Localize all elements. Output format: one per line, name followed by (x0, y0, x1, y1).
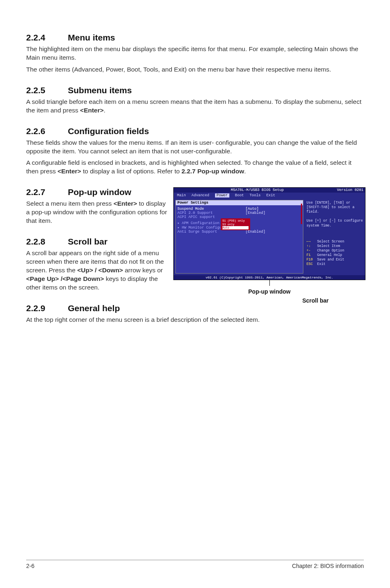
bios-row[interactable]: Suspend Mode[Auto] (177, 207, 301, 211)
section-general-help: 2.2.9General help At the top right corne… (26, 303, 364, 324)
key-icon: F10 (307, 258, 317, 262)
heading-title: General help (68, 303, 120, 313)
bios-item-label: Suspend Mode (177, 207, 246, 211)
key-enter: <Enter> (114, 200, 137, 207)
key-desc: Exit (317, 262, 325, 266)
section-submenu-items: 2.2.5Submenu items A solid triangle befo… (26, 85, 364, 115)
heading-title: Menu items (68, 33, 115, 42)
page-footer: 2-6 Chapter 2: BIOS information (26, 560, 364, 569)
help-key-row: +-Change Option (307, 249, 363, 253)
bios-help-text: Use [ENTER], [TAB] or [SHIFT-TAB] to sel… (307, 201, 363, 228)
heading-224: 2.2.4Menu items (26, 33, 364, 43)
key-desc: Select Item (317, 244, 340, 248)
bios-screenshot-figure: . M5A78L-M/USB3 BIOS Setup Version 0201 … (173, 187, 365, 304)
heading-num: 2.2.6 (26, 126, 68, 136)
bios-item-value: [Enabled] (246, 230, 266, 234)
key-desc: Select Screen (317, 240, 344, 244)
text-span: to display a list of options. Refer to (81, 168, 182, 175)
bios-popup-option[interactable]: S1 (POS) only (222, 219, 249, 222)
body-text: At the top right corner of the menu scre… (26, 316, 364, 324)
key-enter: <Enter> (58, 168, 81, 175)
heading-226: 2.2.6Configuration fields (26, 126, 364, 136)
bios-window: . M5A78L-M/USB3 BIOS Setup Version 0201 … (173, 187, 365, 280)
heading-title: Pop-up window (68, 187, 131, 197)
bios-body: Power Settings Suspend Mode[Auto] ACPI 2… (174, 198, 365, 275)
callout-popup: Pop-up window (173, 288, 365, 295)
bios-help-keys: ←→Select Screen ↑↓Select Item +-Change O… (307, 240, 363, 267)
key-icon: F1 (307, 253, 317, 258)
page-number: 2-6 (26, 563, 34, 569)
bios-item-value: [Auto] (246, 207, 259, 211)
key-icon: ↑↓ (307, 244, 317, 249)
heading-228: 2.2.8Scroll bar (26, 237, 169, 247)
text-span: . (104, 107, 105, 114)
key-enter: <Enter> (80, 107, 104, 114)
section-menu-items: 2.2.4Menu items The highlighted item on … (26, 33, 364, 74)
bios-menu-item-active[interactable]: Power (215, 193, 229, 197)
key-icon: ESC (307, 262, 317, 267)
bios-menu-item[interactable]: Boot (235, 193, 244, 197)
key-icon: ←→ (307, 240, 317, 244)
key-desc: Save and Exit (317, 258, 344, 262)
bios-menu-item[interactable]: Tools (249, 193, 260, 197)
callout-line-icon (269, 280, 270, 286)
help-key-row: ESCExit (307, 262, 363, 267)
heading-title: Configuration fields (68, 126, 149, 136)
ref-227: 2.2.7 Pop-up window (182, 168, 244, 175)
heading-225: 2.2.5Submenu items (26, 85, 364, 95)
heading-num: 2.2.7 (26, 187, 68, 197)
heading-num: 2.2.5 (26, 85, 68, 95)
text-span: arrow keys or (123, 267, 163, 274)
key-icon: +- (307, 249, 317, 253)
help-key-row: F10Save and Exit (307, 258, 363, 262)
bios-panel-heading: Power Settings (176, 200, 303, 205)
bios-help-panel: Use [ENTER], [TAB] or [SHIFT-TAB] to sel… (305, 198, 365, 275)
body-text: These fields show the values for the men… (26, 139, 364, 156)
bios-menu-item[interactable]: Main (177, 193, 186, 197)
section-scroll-bar: 2.2.8Scroll bar A scroll bar appears on … (26, 237, 169, 292)
heading-227: 2.2.7Pop-up window (26, 187, 169, 197)
key-desc: General Help (317, 253, 342, 257)
bios-popup-menu[interactable]: S1 (POS) only S3 only Auto (221, 218, 250, 230)
section-config-fields: 2.2.6Configuration fields These fields s… (26, 126, 364, 176)
body-text: A solid triangle before each item on a m… (26, 98, 364, 115)
heading-num: 2.2.9 (26, 303, 68, 313)
body-text: Select a menu item then press <Enter> to… (26, 200, 169, 225)
bios-settings-panel: Power Settings Suspend Mode[Auto] ACPI 2… (175, 200, 303, 274)
bios-item-label: Anti Surge Support (177, 230, 246, 234)
key-desc: Change Option (317, 249, 344, 253)
bios-title: M5A78L-M/USB3 BIOS Setup (231, 188, 284, 192)
help-key-row: F1General Help (307, 253, 363, 258)
bios-menu-item[interactable]: Advanced (192, 193, 209, 197)
bios-popup-option[interactable]: Auto (222, 226, 249, 229)
text-span: . (244, 168, 246, 175)
bios-version: Version 0201 (337, 188, 363, 192)
body-text: The highlighted item on the menu bar dis… (26, 45, 364, 62)
bios-scrollbar[interactable] (301, 204, 302, 224)
bios-row[interactable]: ACPI 2.0 Support[Enabled] (177, 211, 301, 215)
callout-scrollbar: Scroll bar (173, 297, 365, 304)
bios-menu-item[interactable]: Exit (266, 193, 275, 197)
help-key-row: ←→Select Screen (307, 240, 363, 244)
heading-title: Scroll bar (68, 237, 108, 246)
bios-menubar: Main Advanced Power Boot Tools Exit (174, 193, 365, 198)
section-popup-window: 2.2.7Pop-up window Select a menu item th… (26, 187, 169, 225)
key-updown: <Up> / <Down> (77, 267, 123, 274)
bios-popup-option[interactable]: S3 only (222, 223, 249, 226)
key-pageupdown: <Page Up> /<Page Down> (26, 275, 104, 282)
text-span: A solid triangle before each item on a m… (26, 98, 361, 114)
body-text: A configurable field is enclosed in brac… (26, 159, 364, 176)
help-key-row: ↑↓Select Item (307, 244, 363, 249)
bios-row[interactable]: Anti Surge Support[Enabled] (177, 230, 301, 234)
heading-229: 2.2.9General help (26, 303, 364, 313)
body-text: A scroll bar appears on the right side o… (26, 249, 169, 292)
bios-item-label: ACPI 2.0 Support (177, 211, 246, 215)
bios-titlebar: . M5A78L-M/USB3 BIOS Setup Version 0201 (174, 188, 365, 193)
body-text: The other items (Advanced, Power, Boot, … (26, 65, 364, 74)
heading-num: 2.2.4 (26, 33, 68, 43)
two-column-area: 2.2.7Pop-up window Select a menu item th… (26, 187, 364, 292)
bios-footer: v02.61 (C)Copyright 1985-2011, American,… (174, 275, 365, 280)
heading-title: Submenu items (68, 85, 132, 95)
chapter-title: Chapter 2: BIOS information (292, 563, 364, 569)
text-span: Select a menu item then press (26, 200, 114, 207)
